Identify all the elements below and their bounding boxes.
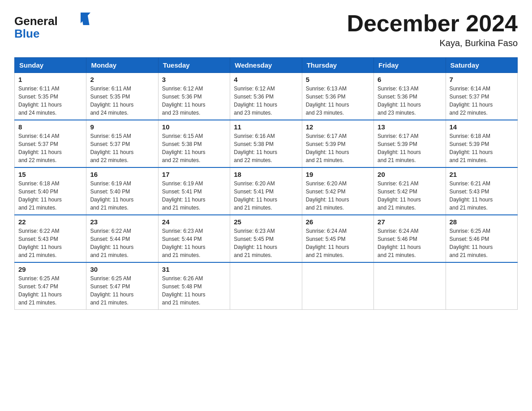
svg-text:Blue: Blue (14, 27, 39, 40)
calendar-day-cell: 13Sunrise: 6:17 AMSunset: 5:39 PMDayligh… (374, 120, 446, 167)
calendar-table: SundayMondayTuesdayWednesdayThursdayFrid… (14, 57, 518, 310)
location-title: Kaya, Burkina Faso (347, 38, 518, 48)
day-number: 17 (162, 171, 226, 178)
logo: General Blue (14, 11, 90, 41)
calendar-week-row: 8Sunrise: 6:14 AMSunset: 5:37 PMDaylight… (15, 120, 518, 167)
day-info: Sunrise: 6:19 AMSunset: 5:41 PMDaylight:… (162, 180, 226, 212)
calendar-day-cell: 2Sunrise: 6:11 AMSunset: 5:35 PMDaylight… (86, 73, 158, 120)
calendar-day-cell: 27Sunrise: 6:24 AMSunset: 5:46 PMDayligh… (374, 215, 446, 262)
day-info: Sunrise: 6:20 AMSunset: 5:41 PMDaylight:… (234, 180, 298, 212)
day-number: 15 (18, 171, 82, 178)
calendar-day-cell: 28Sunrise: 6:25 AMSunset: 5:46 PMDayligh… (446, 215, 517, 262)
day-info: Sunrise: 6:15 AMSunset: 5:37 PMDaylight:… (90, 132, 154, 164)
day-number: 3 (162, 76, 226, 83)
day-info: Sunrise: 6:25 AMSunset: 5:46 PMDaylight:… (450, 227, 514, 259)
day-number: 5 (306, 76, 370, 83)
day-number: 21 (450, 171, 514, 178)
calendar-day-cell: 3Sunrise: 6:12 AMSunset: 5:36 PMDaylight… (158, 73, 230, 120)
calendar-day-cell: 30Sunrise: 6:25 AMSunset: 5:47 PMDayligh… (86, 262, 158, 310)
day-info: Sunrise: 6:23 AMSunset: 5:45 PMDaylight:… (234, 227, 298, 259)
calendar-day-cell: 8Sunrise: 6:14 AMSunset: 5:37 PMDaylight… (15, 120, 86, 167)
day-number: 4 (234, 76, 298, 83)
calendar-day-cell: 21Sunrise: 6:21 AMSunset: 5:43 PMDayligh… (446, 167, 517, 215)
calendar-day-cell: 22Sunrise: 6:22 AMSunset: 5:43 PMDayligh… (15, 215, 86, 262)
calendar-day-cell: 10Sunrise: 6:15 AMSunset: 5:38 PMDayligh… (158, 120, 230, 167)
day-info: Sunrise: 6:14 AMSunset: 5:37 PMDaylight:… (450, 85, 514, 117)
day-of-week-header: Saturday (446, 58, 517, 73)
day-info: Sunrise: 6:14 AMSunset: 5:37 PMDaylight:… (18, 132, 82, 164)
calendar-week-row: 15Sunrise: 6:18 AMSunset: 5:40 PMDayligh… (15, 167, 518, 215)
day-number: 7 (450, 76, 514, 83)
day-info: Sunrise: 6:11 AMSunset: 5:35 PMDaylight:… (18, 85, 82, 117)
day-number: 20 (378, 171, 442, 178)
day-info: Sunrise: 6:22 AMSunset: 5:43 PMDaylight:… (18, 227, 82, 259)
day-info: Sunrise: 6:16 AMSunset: 5:38 PMDaylight:… (234, 132, 298, 164)
calendar-week-row: 22Sunrise: 6:22 AMSunset: 5:43 PMDayligh… (15, 215, 518, 262)
calendar-day-cell: 4Sunrise: 6:12 AMSunset: 5:36 PMDaylight… (230, 73, 302, 120)
day-info: Sunrise: 6:15 AMSunset: 5:38 PMDaylight:… (162, 132, 226, 164)
day-number: 12 (306, 123, 370, 131)
day-number: 23 (90, 218, 154, 226)
day-number: 10 (162, 123, 226, 131)
day-info: Sunrise: 6:21 AMSunset: 5:43 PMDaylight:… (450, 180, 514, 212)
day-info: Sunrise: 6:18 AMSunset: 5:40 PMDaylight:… (18, 180, 82, 212)
day-info: Sunrise: 6:23 AMSunset: 5:44 PMDaylight:… (162, 227, 226, 259)
calendar-day-cell (374, 262, 446, 310)
calendar-day-cell: 16Sunrise: 6:19 AMSunset: 5:40 PMDayligh… (86, 167, 158, 215)
day-info: Sunrise: 6:12 AMSunset: 5:36 PMDaylight:… (234, 85, 298, 117)
calendar-header-row: SundayMondayTuesdayWednesdayThursdayFrid… (15, 58, 518, 73)
calendar-day-cell: 1Sunrise: 6:11 AMSunset: 5:35 PMDaylight… (15, 73, 86, 120)
page-header: General Blue December 2024 Kaya, Burkina… (14, 11, 518, 48)
day-info: Sunrise: 6:19 AMSunset: 5:40 PMDaylight:… (90, 180, 154, 212)
calendar-day-cell: 9Sunrise: 6:15 AMSunset: 5:37 PMDaylight… (86, 120, 158, 167)
calendar-day-cell: 25Sunrise: 6:23 AMSunset: 5:45 PMDayligh… (230, 215, 302, 262)
calendar-day-cell: 19Sunrise: 6:20 AMSunset: 5:42 PMDayligh… (302, 167, 373, 215)
day-info: Sunrise: 6:25 AMSunset: 5:47 PMDaylight:… (18, 274, 82, 307)
day-number: 29 (18, 265, 82, 273)
month-title: December 2024 (347, 11, 518, 36)
day-number: 27 (378, 218, 442, 226)
calendar-day-cell: 7Sunrise: 6:14 AMSunset: 5:37 PMDaylight… (446, 73, 517, 120)
calendar-day-cell (446, 262, 517, 310)
day-number: 2 (90, 76, 154, 83)
calendar-day-cell: 14Sunrise: 6:18 AMSunset: 5:39 PMDayligh… (446, 120, 517, 167)
day-number: 24 (162, 218, 226, 226)
day-info: Sunrise: 6:24 AMSunset: 5:46 PMDaylight:… (378, 227, 442, 259)
day-number: 28 (450, 218, 514, 226)
day-of-week-header: Thursday (302, 58, 373, 73)
day-info: Sunrise: 6:13 AMSunset: 5:36 PMDaylight:… (306, 85, 370, 117)
day-info: Sunrise: 6:25 AMSunset: 5:47 PMDaylight:… (90, 274, 154, 307)
day-info: Sunrise: 6:24 AMSunset: 5:45 PMDaylight:… (306, 227, 370, 259)
day-number: 13 (378, 123, 442, 131)
day-info: Sunrise: 6:12 AMSunset: 5:36 PMDaylight:… (162, 85, 226, 117)
day-of-week-header: Wednesday (230, 58, 302, 73)
calendar-day-cell: 31Sunrise: 6:26 AMSunset: 5:48 PMDayligh… (158, 262, 230, 310)
day-of-week-header: Friday (374, 58, 446, 73)
day-info: Sunrise: 6:13 AMSunset: 5:36 PMDaylight:… (378, 85, 442, 117)
calendar-day-cell (230, 262, 302, 310)
calendar-day-cell: 24Sunrise: 6:23 AMSunset: 5:44 PMDayligh… (158, 215, 230, 262)
calendar-day-cell: 18Sunrise: 6:20 AMSunset: 5:41 PMDayligh… (230, 167, 302, 215)
day-info: Sunrise: 6:21 AMSunset: 5:42 PMDaylight:… (378, 180, 442, 212)
day-info: Sunrise: 6:17 AMSunset: 5:39 PMDaylight:… (306, 132, 370, 164)
day-number: 11 (234, 123, 298, 131)
day-number: 16 (90, 171, 154, 178)
svg-text:General: General (14, 14, 58, 28)
day-number: 8 (18, 123, 82, 131)
day-number: 19 (306, 171, 370, 178)
day-info: Sunrise: 6:18 AMSunset: 5:39 PMDaylight:… (450, 132, 514, 164)
calendar-day-cell: 17Sunrise: 6:19 AMSunset: 5:41 PMDayligh… (158, 167, 230, 215)
day-number: 6 (378, 76, 442, 83)
day-number: 18 (234, 171, 298, 178)
day-info: Sunrise: 6:11 AMSunset: 5:35 PMDaylight:… (90, 85, 154, 117)
day-number: 1 (18, 76, 82, 83)
day-number: 31 (162, 265, 226, 273)
logo-svg: General Blue (14, 11, 90, 41)
calendar-day-cell: 29Sunrise: 6:25 AMSunset: 5:47 PMDayligh… (15, 262, 86, 310)
calendar-day-cell (302, 262, 373, 310)
calendar-day-cell: 5Sunrise: 6:13 AMSunset: 5:36 PMDaylight… (302, 73, 373, 120)
calendar-day-cell: 12Sunrise: 6:17 AMSunset: 5:39 PMDayligh… (302, 120, 373, 167)
day-number: 9 (90, 123, 154, 131)
day-info: Sunrise: 6:22 AMSunset: 5:44 PMDaylight:… (90, 227, 154, 259)
calendar-week-row: 29Sunrise: 6:25 AMSunset: 5:47 PMDayligh… (15, 262, 518, 310)
